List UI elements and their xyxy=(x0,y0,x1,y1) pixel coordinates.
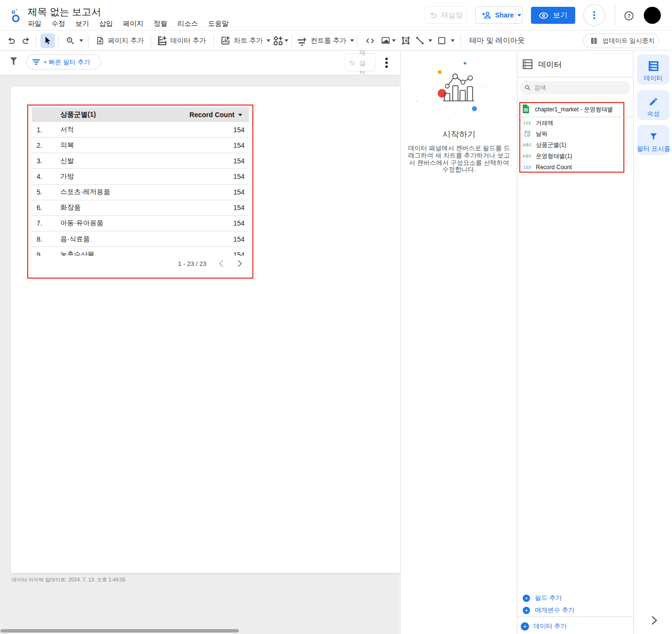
svg-text:?: ? xyxy=(627,13,631,18)
